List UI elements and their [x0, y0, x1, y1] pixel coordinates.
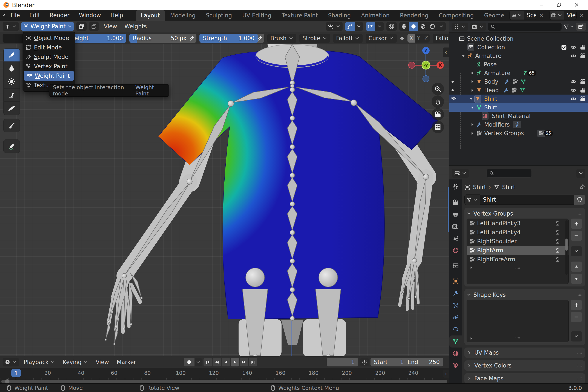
vertex-groups-panel-header[interactable]: Vertex Groups	[466, 210, 583, 218]
panel-grip-icon[interactable]	[577, 376, 582, 381]
shading-solid-button[interactable]	[409, 22, 418, 31]
outliner-row-scene-collection[interactable]: Scene Collection	[450, 34, 588, 43]
vertex-group-item[interactable]: RightShoulder	[467, 237, 568, 246]
keying-menu[interactable]: Keying	[60, 359, 91, 365]
disclosure-right-icon[interactable]	[470, 88, 474, 92]
auto-key-dropdown[interactable]	[194, 358, 202, 366]
vertex-colors-panel[interactable]: Vertex Colors	[464, 360, 585, 371]
jump-to-end-button[interactable]	[249, 358, 257, 366]
disclosure-right-icon[interactable]	[469, 336, 473, 340]
exclude-checkbox[interactable]	[561, 44, 567, 50]
shading-dropdown[interactable]	[437, 22, 446, 31]
timeline-editor-type-button[interactable]	[2, 358, 19, 366]
uv-maps-panel[interactable]: UV Maps	[464, 348, 585, 358]
panel-grip-icon[interactable]	[577, 363, 582, 368]
panel-grip-icon[interactable]	[577, 211, 583, 216]
properties-search-input[interactable]	[486, 169, 532, 178]
outliner-filter-type-button[interactable]	[470, 22, 486, 31]
stroke-dropdown[interactable]: Stroke	[299, 34, 330, 43]
move-group-down-button[interactable]	[571, 274, 582, 284]
tab-texture[interactable]	[450, 360, 462, 372]
camera-render-icon[interactable]	[580, 44, 586, 50]
disclosure-right-icon[interactable]	[470, 71, 474, 75]
menu-weights[interactable]: Weights	[122, 23, 149, 30]
camera-render-icon[interactable]	[580, 79, 586, 85]
add-shape-key-button[interactable]	[571, 300, 582, 310]
navigation-gizmo[interactable]: Z X -Y	[406, 44, 445, 83]
vertex-group-item-selected[interactable]: RightArm	[467, 246, 568, 255]
shape-key-specials-button[interactable]	[571, 331, 582, 342]
tab-uv-editing[interactable]: UV Editing	[237, 10, 276, 21]
scene-name[interactable]: Scene	[524, 12, 536, 18]
jump-to-start-button[interactable]	[204, 358, 212, 366]
tool-blur[interactable]	[4, 62, 20, 75]
zoom-button[interactable]	[432, 83, 444, 95]
tab-physics[interactable]	[450, 312, 462, 324]
mirror-y-button[interactable]: Y	[415, 34, 422, 42]
properties-editor-type-button[interactable]	[452, 169, 469, 178]
list-scrollbar[interactable]	[566, 220, 568, 275]
cursor-dropdown[interactable]: Cursor	[366, 34, 397, 43]
tab-rendering[interactable]: Rendering	[395, 10, 434, 21]
eye-icon[interactable]	[570, 96, 576, 102]
view-menu[interactable]: View	[93, 359, 112, 365]
copy-mode-button[interactable]	[76, 22, 86, 31]
falloff-dropdown[interactable]: Falloff	[333, 34, 362, 43]
shape-keys-panel-header[interactable]: Shape Keys	[466, 291, 583, 299]
lock-open-icon[interactable]	[555, 256, 560, 262]
resize-grip-icon[interactable]	[515, 265, 520, 270]
tab-output[interactable]	[450, 208, 462, 220]
gizmos-dropdown[interactable]	[354, 22, 363, 31]
disclosure-right-icon[interactable]	[469, 266, 473, 270]
timeline-scrollbar[interactable]	[1, 380, 447, 383]
scrollbar-thumb[interactable]	[566, 238, 568, 250]
outliner-row-head[interactable]: Head	[450, 86, 588, 94]
menu-file[interactable]: File	[6, 12, 25, 18]
outliner-row-vertex-groups[interactable]: Vertex Groups 65	[450, 129, 588, 138]
outliner-row-shirt-object[interactable]: Shirt	[450, 94, 588, 103]
disclosure-down-icon[interactable]	[469, 97, 473, 101]
tab-layout[interactable]: Layout	[136, 10, 165, 21]
vertex-group-item[interactable]: LeftHandPinky3	[467, 219, 568, 228]
tab-modeling[interactable]: Modeling	[165, 10, 201, 21]
mode-menu-edit-mode[interactable]: Edit Mode	[23, 43, 75, 52]
breadcrumb-object[interactable]: Shirt	[473, 184, 486, 190]
vertex-group-specials-button[interactable]	[571, 246, 582, 256]
camera-view-button[interactable]	[432, 108, 444, 120]
remove-vertex-group-button[interactable]	[571, 230, 582, 241]
tab-compositing[interactable]: Compositing	[434, 10, 479, 21]
sidebar-collapse-arrow[interactable]: ‹	[443, 48, 449, 57]
add-vertex-group-button[interactable]	[571, 218, 582, 229]
eye-icon[interactable]	[570, 79, 576, 85]
next-keyframe-button[interactable]	[240, 358, 248, 366]
timeline-collapse-arrow[interactable]: ‹	[443, 370, 449, 378]
mode-menu-object-mode[interactable]: Object Mode	[23, 33, 75, 43]
properties-options-dropdown[interactable]	[576, 169, 586, 178]
show-overlays-button[interactable]	[366, 22, 375, 31]
lock-open-icon[interactable]	[555, 248, 560, 253]
outliner-filter-button[interactable]	[564, 24, 574, 30]
shading-material-button[interactable]	[418, 22, 428, 31]
tool-smear[interactable]	[4, 88, 20, 102]
tab-sculpting[interactable]: Sculpting	[201, 10, 237, 21]
tool-annotate[interactable]	[4, 140, 20, 153]
panel-grip-icon[interactable]	[577, 350, 582, 356]
tab-view-layer[interactable]	[450, 220, 462, 232]
ortho-toggle-button[interactable]	[432, 121, 444, 133]
falloff-panel-truncated[interactable]: Fallo	[432, 34, 449, 43]
tab-tool[interactable]	[450, 181, 462, 193]
timeline-ruler[interactable]: 1 20 40 60 80 100 120 140 160 180 200 22…	[0, 368, 449, 384]
tab-material[interactable]	[450, 348, 462, 360]
playback-menu[interactable]: Playback	[21, 359, 58, 365]
tab-geometry-nodes[interactable]: Geome	[479, 10, 509, 21]
eye-icon[interactable]	[570, 44, 576, 50]
outliner-display-mode-button[interactable]	[452, 22, 468, 31]
disclosure-right-icon[interactable]	[470, 80, 474, 84]
mesh-data-browse-button[interactable]	[464, 194, 480, 205]
tab-constraints[interactable]	[450, 324, 462, 336]
camera-render-icon[interactable]	[580, 96, 586, 102]
use-preview-range-button[interactable]	[360, 358, 369, 366]
show-gizmos-button[interactable]	[345, 22, 354, 31]
pin-icon[interactable]	[579, 184, 585, 190]
scene-unlink-button[interactable]: ✕	[536, 12, 546, 19]
